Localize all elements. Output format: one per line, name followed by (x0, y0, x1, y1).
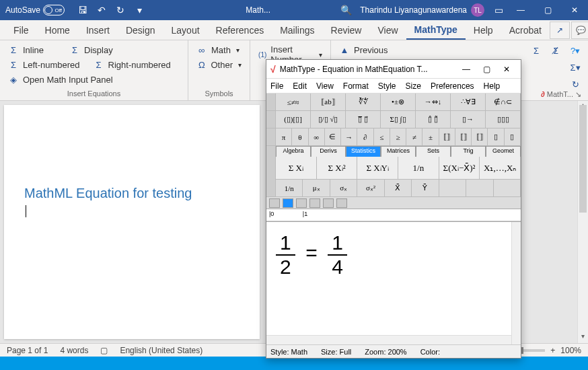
tb-btn[interactable] (283, 198, 293, 208)
mt-menu-file[interactable]: File (270, 81, 283, 91)
sym-partial[interactable]: ∂ (357, 128, 373, 145)
palette-hats[interactable]: ▯̂ ▯̃ (416, 111, 451, 128)
stat-sumx2[interactable]: Σ Xᵢ² (317, 157, 358, 179)
sym-ge[interactable]: ≥ (390, 128, 406, 145)
palette-tab-matrices[interactable]: Matrices (381, 146, 416, 157)
tab-insert[interactable]: Insert (78, 20, 118, 40)
tb-btn[interactable] (269, 198, 280, 208)
zoom-value[interactable]: 100% (560, 346, 581, 355)
palette-handle[interactable] (266, 111, 276, 128)
stat-xbar[interactable]: X̄ (385, 180, 412, 196)
sym-pi[interactable]: π (276, 128, 292, 145)
stat-empty[interactable] (494, 180, 521, 196)
close-button[interactable]: ✕ (561, 0, 588, 20)
ribbon-display-icon[interactable]: ▭ (490, 1, 507, 19)
maximize-button[interactable]: ▢ (534, 0, 561, 20)
palette-operators[interactable]: •±⊗ (381, 94, 416, 110)
other-symbols-button[interactable]: ΩOther▾ (194, 58, 244, 71)
palette-tab-derivs[interactable]: Derivs (311, 146, 346, 157)
qat-dropdown-icon[interactable]: ▾ (131, 1, 148, 19)
tb-btn[interactable] (336, 198, 347, 208)
save-icon[interactable]: 🖫 (74, 1, 91, 19)
sigma-format-button[interactable]: Σ▾ (566, 60, 584, 75)
palette-bars[interactable]: ▯̅ ▯⃗ (346, 111, 381, 128)
palette-tab-algebra[interactable]: Algebra (276, 146, 311, 157)
right-numbered-button[interactable]: ΣRight-numbered (91, 58, 174, 71)
inline-button[interactable]: ΣInline (5, 43, 46, 57)
tab-mathtype[interactable]: MathType (406, 20, 466, 40)
stat-empty[interactable] (439, 180, 466, 196)
stat-1n[interactable]: 1/n (398, 157, 439, 179)
stat-sigmax[interactable]: σₓ (330, 180, 357, 196)
tb-btn[interactable] (296, 198, 307, 208)
scroll-thumb[interactable] (579, 105, 587, 213)
search-icon[interactable]: 🔍 (337, 5, 355, 15)
palette-spaces[interactable]: ⟦ab⟧ (311, 94, 346, 110)
sym-infinity[interactable]: ∞ (309, 128, 325, 145)
sigma-toggle-button[interactable]: Σ̸ (547, 43, 564, 58)
zoom-in-icon[interactable]: + (550, 346, 555, 355)
tb-btn[interactable] (323, 198, 334, 208)
autosave-toggle[interactable]: AutoSave Off (0, 5, 70, 15)
tab-file[interactable]: File (5, 20, 37, 40)
display-button[interactable]: ΣDisplay (67, 43, 116, 57)
mt-vscroll[interactable] (511, 222, 521, 344)
sym-ne[interactable]: ≠ (406, 128, 422, 145)
minimize-button[interactable]: — (507, 0, 534, 20)
tb-btn[interactable] (309, 198, 320, 208)
palette-handle[interactable] (266, 94, 276, 110)
sym-slot[interactable]: ⟦⟧ (455, 128, 472, 145)
mt-close-button[interactable]: ✕ (497, 65, 517, 74)
vertical-scrollbar[interactable]: ▴ ▾ (577, 101, 588, 343)
tab-mailings[interactable]: Mailings (272, 20, 322, 40)
previous-button[interactable]: ▲Previous (336, 43, 393, 57)
sym-element[interactable]: ∈ (325, 128, 341, 145)
sym-pm[interactable]: ± (422, 128, 439, 145)
stat-mux[interactable]: μₓ (303, 180, 330, 196)
palette-handle[interactable] (266, 180, 276, 196)
mt-menu-help[interactable]: Help (484, 81, 501, 91)
tab-home[interactable]: Home (37, 20, 78, 40)
palette-handle[interactable] (266, 146, 276, 157)
palette-fences[interactable]: (▯)[▯] (276, 111, 311, 128)
sym-slot[interactable]: ▯ (488, 128, 504, 145)
palette-sets[interactable]: ∉∩⊂ (486, 94, 521, 110)
document-page[interactable]: MathML Equation for testing (4, 105, 260, 339)
mt-minimize-button[interactable]: — (456, 65, 476, 74)
mt-menu-size[interactable]: Size (406, 81, 421, 91)
math-symbols-button[interactable]: ∞Math▾ (194, 43, 244, 57)
palette-tab-geometry[interactable]: Geomet (486, 146, 521, 157)
stat-sigmax2[interactable]: σₓ² (357, 180, 384, 196)
palette-relations[interactable]: ≤≠≈ (276, 94, 311, 110)
stat-sumx[interactable]: Σ Xᵢ (276, 157, 317, 179)
tab-references[interactable]: References (208, 20, 272, 40)
stat-empty[interactable] (466, 180, 493, 196)
stat-sequence[interactable]: X₁,…,Xₙ (480, 157, 521, 179)
palette-handle[interactable] (266, 128, 276, 145)
redo-icon[interactable]: ↻ (112, 1, 129, 19)
palette-arrows[interactable]: →⇔↓ (416, 94, 451, 110)
stat-variance[interactable]: Σ(Xᵢ−X̄)² (439, 157, 480, 179)
palette-tab-trig[interactable]: Trig (451, 146, 486, 157)
mt-status-size[interactable]: Size: Full (321, 348, 351, 356)
undo-icon[interactable]: ↶ (93, 1, 110, 19)
mathtype-titlebar[interactable]: √ MathType - Equation in MathEquation T.… (266, 60, 521, 79)
mt-ruler[interactable]: |0 |1 (266, 209, 521, 221)
tab-help[interactable]: Help (466, 20, 501, 40)
page-indicator[interactable]: Page 1 of 1 (7, 346, 48, 355)
toggle-off-icon[interactable]: Off (43, 5, 65, 15)
sym-slot[interactable]: ⟦⟧ (439, 128, 455, 145)
tab-layout[interactable]: Layout (163, 20, 208, 40)
word-count[interactable]: 4 words (60, 346, 88, 355)
mt-status-color[interactable]: Color: (420, 348, 440, 356)
sigma-button[interactable]: Σ (527, 43, 545, 58)
mt-hscroll[interactable] (266, 335, 511, 344)
scroll-down-icon[interactable]: ▾ (578, 332, 588, 343)
mt-status-zoom[interactable]: Zoom: 200% (365, 348, 406, 356)
mt-menu-view[interactable]: View (316, 81, 334, 91)
palette-logic[interactable]: ∴∀∃ (451, 94, 486, 110)
tab-view[interactable]: View (369, 20, 406, 40)
tab-review[interactable]: Review (323, 20, 370, 40)
equation-lhs-fraction[interactable]: 1 2 (276, 231, 295, 279)
palette-matrices[interactable]: ▯▯▯ (486, 111, 521, 128)
